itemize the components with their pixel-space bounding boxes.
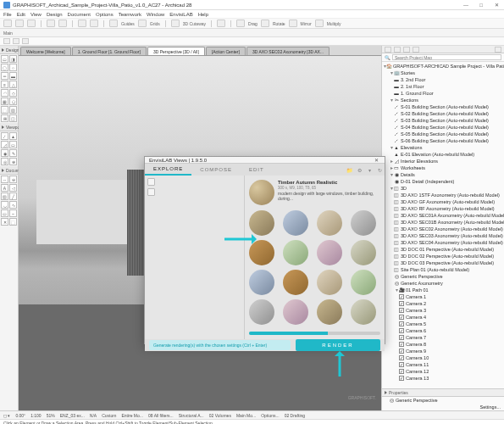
tab-ground-floor[interactable]: 1. Ground Floor [1. Ground Floor] bbox=[72, 47, 147, 55]
change-tool[interactable]: ✎ bbox=[9, 149, 17, 157]
stair-tool[interactable]: ≡ bbox=[1, 81, 8, 88]
preset-thumb-3[interactable] bbox=[317, 210, 342, 236]
preset-thumb-5[interactable] bbox=[249, 240, 274, 265]
view-map-icon[interactable] bbox=[394, 47, 401, 53]
save-button[interactable] bbox=[27, 20, 36, 27]
preset-thumb-12[interactable] bbox=[351, 270, 376, 295]
multiply-button[interactable] bbox=[315, 20, 324, 27]
tree-cam[interactable]: Camera 7 bbox=[382, 334, 504, 341]
arc-tool[interactable]: ◡ bbox=[1, 201, 8, 209]
tab-welcome[interactable]: Welcome [Welcome] bbox=[20, 47, 71, 55]
dialog-close-icon[interactable]: ✕ bbox=[372, 157, 380, 163]
tree-section[interactable]: ⟋S-03 Building Section (Auto-rebuild Mod… bbox=[382, 117, 504, 124]
guides-label[interactable]: Guides bbox=[121, 21, 135, 26]
tree-cam[interactable]: Camera 12 bbox=[382, 368, 504, 375]
preset-thumb-7[interactable] bbox=[317, 240, 342, 265]
column-tool[interactable]: ○ bbox=[9, 64, 17, 71]
search-input[interactable] bbox=[392, 54, 501, 60]
tree-section[interactable]: ⟋S-06 Building Section (Auto-rebuild Mod… bbox=[382, 137, 504, 144]
cutaway-button[interactable] bbox=[171, 20, 180, 27]
viewpoint-palette-header[interactable]: Viewpoint bbox=[0, 123, 18, 131]
morph-tool[interactable]: ⬠ bbox=[9, 98, 17, 105]
menu-options[interactable]: Options bbox=[96, 12, 114, 17]
cutaway-label[interactable]: 3D Cutaway bbox=[183, 21, 206, 26]
tree-3d-item[interactable]: ◫3D AXO SEC03 Axonometry (Auto-rebuild M… bbox=[382, 232, 504, 239]
grid-tool[interactable]: ⊕ bbox=[9, 158, 17, 165]
ruler-button[interactable] bbox=[109, 20, 118, 27]
drawing-tool[interactable]: ▭ bbox=[1, 209, 8, 217]
menu-document[interactable]: Document bbox=[68, 12, 91, 17]
menu-envisilab[interactable]: EnvisiLAB bbox=[169, 12, 192, 17]
polyline-tool[interactable]: ∿ bbox=[9, 201, 17, 209]
tree-story-1[interactable]: ▬2. 1st Floor bbox=[382, 83, 504, 90]
tree-cam[interactable]: Camera 5 bbox=[382, 321, 504, 327]
cursor-tool[interactable] bbox=[3, 38, 10, 44]
layout-book-icon[interactable] bbox=[403, 47, 410, 53]
section-tool[interactable]: ⟋ bbox=[1, 132, 8, 140]
rotate-button[interactable] bbox=[261, 20, 269, 27]
tree-3d-item[interactable]: ◫3D DOC 03 Perspective (Auto-rebuild Mod… bbox=[382, 259, 504, 266]
menu-view[interactable]: View bbox=[30, 12, 42, 17]
tab-3d-perspective[interactable]: 3D Perspective [3D / All] bbox=[147, 47, 205, 55]
tree-cam[interactable]: Camera 6 bbox=[382, 327, 504, 334]
measure-button[interactable] bbox=[90, 20, 98, 27]
tree-cam[interactable]: Camera 8 bbox=[382, 341, 504, 348]
view-tool-2[interactable] bbox=[147, 188, 155, 196]
marquee-tool[interactable] bbox=[13, 38, 19, 44]
curtain-tool[interactable]: ▦ bbox=[1, 98, 8, 105]
menu-teamwork[interactable]: Teamwork bbox=[119, 12, 141, 17]
tab-compose[interactable]: COMPOSE bbox=[191, 165, 241, 175]
menu-help[interactable]: Help bbox=[198, 12, 208, 17]
tree-3d-item[interactable]: ◫3D DOC 02 Perspective (Auto-rebuild Mod… bbox=[382, 253, 504, 259]
status-mainm[interactable]: Main Mo... bbox=[236, 413, 256, 418]
status-options[interactable]: Options... bbox=[261, 413, 279, 418]
properties-header[interactable]: Properties bbox=[382, 388, 504, 397]
mirror-button[interactable] bbox=[289, 20, 297, 27]
opening-tool[interactable]: ◫ bbox=[9, 114, 17, 122]
status-na[interactable]: N/A bbox=[90, 413, 97, 418]
tree-3d-item[interactable]: ◫3D AXO 1STF Axonometry (Auto-rebuild Mo… bbox=[382, 192, 504, 198]
preset-thumb-11[interactable] bbox=[317, 270, 342, 295]
status-filters[interactable]: 08 All filters... bbox=[148, 413, 174, 418]
gear-icon[interactable]: ⚙ bbox=[354, 167, 364, 173]
preset-thumb-10[interactable] bbox=[283, 270, 308, 295]
worksheet-tool[interactable]: ▭ bbox=[9, 141, 17, 148]
drag-button[interactable] bbox=[236, 20, 245, 27]
tree-cam[interactable]: Camera 1 bbox=[382, 293, 504, 300]
tree-cam[interactable]: Camera 10 bbox=[382, 354, 504, 361]
dim-tool[interactable]: ↔ bbox=[1, 176, 8, 183]
mesh-tool[interactable]: ⊞ bbox=[1, 114, 8, 122]
roof-tool[interactable]: △ bbox=[9, 81, 17, 88]
design-palette-header[interactable]: Design bbox=[0, 46, 18, 54]
tree-story-2[interactable]: ▬3. 2nd Floor bbox=[382, 76, 504, 83]
dialog-titlebar[interactable]: EnvisiLAB Views | 1.9.5.0 ✕ bbox=[145, 157, 385, 164]
slab-tool[interactable]: ▬ bbox=[9, 72, 17, 80]
preset-thumb-13[interactable] bbox=[249, 299, 274, 325]
tree-sections[interactable]: ▾✂Sections bbox=[382, 97, 504, 103]
status-custom[interactable]: Custom bbox=[102, 413, 116, 418]
tree-stories[interactable]: ▾🏢Stories bbox=[382, 70, 504, 76]
tree-3d[interactable]: ▾◫3D bbox=[382, 185, 504, 192]
door-tool[interactable]: ◨ bbox=[9, 55, 17, 63]
tree-cam[interactable]: Camera 4 bbox=[382, 314, 504, 321]
refresh-icon[interactable]: ↻ bbox=[374, 167, 385, 173]
tree-section[interactable]: ⟋S-04 Building Section (Auto-rebuild Mod… bbox=[382, 124, 504, 131]
zone-tool[interactable]: ▧ bbox=[9, 106, 17, 114]
preset-thumb-4[interactable] bbox=[351, 210, 376, 236]
tab-3d-axo[interactable]: 3D AXO SEC02 Axonometry [3D AX... bbox=[246, 47, 330, 55]
tree-worksheets[interactable]: ▸▭Worksheets bbox=[382, 165, 504, 171]
preset-thumb-1[interactable] bbox=[249, 210, 274, 236]
interior-elev-tool[interactable]: ◿ bbox=[1, 141, 8, 148]
tree-3d-item[interactable]: ◫3D DOC 01 Perspective (Auto-rebuild Mod… bbox=[382, 246, 504, 253]
figure-tool[interactable]: ⬚ bbox=[9, 218, 17, 226]
redo-button[interactable] bbox=[58, 20, 67, 27]
dialog-preview[interactable] bbox=[145, 176, 245, 339]
filter-icon[interactable]: ▾ bbox=[364, 167, 374, 173]
skylight-tool[interactable]: ◇ bbox=[9, 89, 17, 97]
document-palette-header[interactable]: Document bbox=[0, 166, 18, 175]
tree-detail[interactable]: ◉D-01 Detail (Independent) bbox=[382, 178, 504, 185]
view-tool-1[interactable] bbox=[147, 178, 155, 186]
project-map-icon[interactable] bbox=[385, 47, 391, 53]
tree-3d-item[interactable]: ◫3D AXO SEC04 Axonometry (Auto-rebuild M… bbox=[382, 239, 504, 246]
tree-details[interactable]: ▾◉Details bbox=[382, 171, 504, 178]
